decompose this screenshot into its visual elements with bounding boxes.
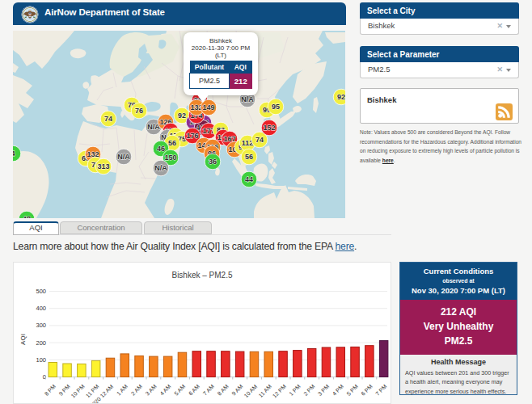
svg-text:10 PM: 10 PM [70, 383, 85, 398]
svg-text:150: 150 [164, 154, 176, 162]
svg-text:56: 56 [245, 153, 253, 161]
svg-text:74: 74 [255, 136, 264, 144]
svg-text:N/A: N/A [154, 164, 167, 172]
svg-text:5 PM: 5 PM [346, 383, 360, 397]
svg-text:N/A: N/A [117, 153, 130, 161]
svg-text:2 AM: 2 AM [130, 383, 143, 396]
svg-text:4: 4 [13, 149, 15, 158]
svg-text:36: 36 [209, 158, 217, 166]
svg-text:8 AM: 8 AM [217, 383, 230, 396]
svg-text:1 AM: 1 AM [116, 383, 129, 396]
svg-text:313: 313 [97, 162, 109, 170]
svg-text:92: 92 [178, 112, 186, 120]
svg-text:500: 500 [36, 288, 46, 295]
svg-text:6 PM: 6 PM [360, 383, 374, 397]
svg-text:2 PM: 2 PM [302, 383, 316, 397]
svg-text:9 AM: 9 AM [230, 383, 243, 396]
svg-text:149: 149 [202, 103, 214, 112]
svg-text:3 PM: 3 PM [317, 383, 331, 397]
svg-text:10 AM: 10 AM [243, 383, 258, 398]
svg-text:7 AM: 7 AM [202, 383, 215, 396]
svg-text:11 AM: 11 AM [258, 383, 273, 398]
svg-text:AQI: AQI [19, 334, 27, 345]
svg-text:7 PM: 7 PM [374, 383, 388, 397]
svg-text:300: 300 [36, 322, 46, 329]
svg-text:4 PM: 4 PM [331, 383, 345, 397]
svg-text:3 AM: 3 AM [145, 383, 158, 396]
svg-text:6 AM: 6 AM [188, 383, 201, 396]
svg-text:76: 76 [135, 107, 143, 115]
svg-text:400: 400 [36, 305, 46, 312]
svg-text:8 PM: 8 PM [44, 383, 57, 397]
svg-text:44: 44 [245, 175, 253, 183]
svg-text:92: 92 [337, 93, 345, 101]
svg-text:74: 74 [104, 115, 112, 123]
svg-text:5 AM: 5 AM [173, 383, 186, 396]
svg-text:12 PM: 12 PM [272, 383, 287, 398]
svg-text:152: 152 [263, 124, 275, 132]
svg-text:200: 200 [36, 339, 46, 347]
svg-text:95: 95 [272, 103, 280, 111]
svg-text:48: 48 [23, 215, 31, 218]
svg-text:1 PM: 1 PM [288, 383, 302, 397]
svg-text:100: 100 [36, 356, 46, 364]
svg-text:4 AM: 4 AM [158, 383, 171, 396]
svg-text:56: 56 [168, 139, 176, 147]
svg-text:N/A: N/A [241, 95, 254, 103]
svg-text:46: 46 [157, 145, 165, 153]
svg-text:176: 176 [186, 132, 198, 140]
